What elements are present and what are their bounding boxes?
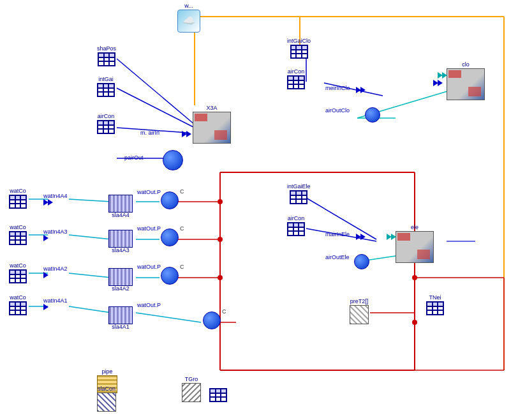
tgro2-block[interactable] [209, 388, 227, 402]
clo-arrow1 [442, 72, 447, 79]
svg-line-39 [69, 199, 112, 202]
intgai-table-icon [97, 83, 115, 97]
intgaiele-table-icon [290, 190, 307, 204]
shapos-block[interactable]: shaPos [97, 46, 116, 66]
pret2-block[interactable]: preT2[] [350, 299, 369, 324]
airoutele-label: airOutEle [325, 254, 350, 260]
meirinclo-label: meirInClo [325, 85, 350, 91]
slacon-block[interactable]: slaCon [97, 386, 116, 412]
watco1-block[interactable]: watCo [9, 188, 27, 209]
intgaiele-block[interactable]: intGaiEle [287, 184, 311, 204]
airoutclo-circle [365, 107, 380, 123]
ele-block[interactable]: ele [396, 225, 434, 263]
tgro-block[interactable]: TGro [182, 377, 201, 402]
airconclo-table-icon [287, 75, 305, 89]
circle2a-node [161, 267, 179, 285]
svg-line-49 [136, 313, 201, 322]
sla4a2-heatex [108, 268, 133, 286]
airconele-table-icon [287, 222, 305, 236]
diagram-svg [0, 0, 518, 420]
ele-arrow2 [360, 234, 366, 240]
watin4a2-label: watIn4A2 [43, 266, 68, 272]
watin4a3-label: watIn4A3 [43, 229, 68, 235]
airin-label: m. airIn [140, 130, 159, 136]
sla4a3-heatex [108, 230, 133, 248]
intgaiclo-table-icon [290, 45, 308, 59]
slacon-hatch-icon [97, 393, 116, 412]
airin-arrow2 [186, 131, 191, 137]
ele-room-icon [396, 231, 434, 263]
intgai-block[interactable]: intGai [97, 77, 115, 97]
svg-line-43 [69, 273, 112, 278]
meirinele-label: mairInEle [325, 231, 350, 237]
intgaiclo-block[interactable]: intGaiClo [287, 38, 311, 59]
circle3a-node [161, 229, 179, 246]
x3a-room-icon [193, 112, 231, 144]
watin4a1-arrow1 [43, 304, 48, 310]
watin4a3-arrow1 [43, 235, 48, 241]
watco4-block[interactable]: watCo [9, 295, 27, 315]
tnei-table-icon [426, 301, 444, 315]
circle1a-node [203, 311, 221, 329]
aircon1-table-icon [97, 120, 115, 134]
sla4a3-block[interactable]: sla4A3 [108, 230, 133, 254]
svg-point-20 [218, 275, 223, 280]
clo-room-icon [447, 68, 485, 100]
c3-label: C [180, 225, 184, 232]
tgro2-table-icon [209, 388, 227, 402]
ele-room-arrow2 [387, 234, 392, 240]
watco4-table-icon [9, 301, 27, 315]
watin4a1-label: watIn4A1 [43, 297, 68, 304]
svg-line-7 [117, 88, 195, 128]
aircon1-block[interactable]: airCon [97, 114, 115, 134]
sla4a1-heatex [108, 306, 133, 324]
watin4a4-arrow2 [48, 199, 53, 206]
weather-icon: ☁️ [177, 10, 200, 33]
clo-airin-arrow2 [360, 87, 366, 93]
watco2-block[interactable]: watCo [9, 225, 27, 245]
airconeele-block[interactable]: airCon [287, 216, 305, 236]
airoutele-circle [354, 254, 369, 269]
watoutp2-label: watOut.P [137, 264, 161, 270]
sla4a1-block[interactable]: sla4A1 [108, 306, 133, 331]
clo-arrow2 [438, 72, 443, 79]
watco2-table-icon [9, 231, 27, 245]
airoutclo-label: airOutClo [325, 107, 350, 114]
svg-line-6 [117, 59, 195, 124]
watoutp3-label: watOut.P [137, 225, 161, 232]
c4-label: C [180, 188, 184, 195]
watoutp1-label: watOut.P [137, 302, 161, 308]
x3a-block[interactable]: X3A [193, 105, 231, 144]
svg-line-45 [69, 306, 112, 313]
ele-room-arrow1 [391, 234, 396, 240]
airout-circle [163, 150, 183, 170]
pret2-hatch-icon [350, 305, 369, 324]
svg-point-18 [218, 199, 223, 204]
watin4a4-label: watIn4A4 [43, 193, 68, 199]
airconclo-block[interactable]: airCon [287, 69, 305, 89]
weather-block[interactable]: w... ☁️ [177, 3, 200, 33]
c2-label: C [180, 264, 184, 270]
svg-line-41 [69, 235, 112, 239]
sla4a2-block[interactable]: sla4A2 [108, 268, 133, 292]
sla4a4-block[interactable]: sla4A4 [108, 195, 133, 219]
watco3-table-icon [9, 269, 27, 283]
c1-label: C [222, 308, 226, 315]
svg-point-19 [218, 237, 223, 242]
clo-arrow4 [438, 80, 443, 86]
shapos-table-icon [98, 52, 115, 66]
tgro-hatch-icon [182, 383, 201, 402]
tnei-block[interactable]: TNei [426, 295, 444, 315]
pairout-label: pairOut [124, 154, 144, 161]
watoutp4-label: watOut.P [137, 189, 161, 195]
watco1-table-icon [9, 195, 27, 209]
clo-block[interactable]: clo [447, 62, 485, 100]
watco3-block[interactable]: watCo [9, 263, 27, 283]
diagram-container: w... ☁️ shaPos intGai airCon m. airIn pa… [0, 0, 518, 420]
circle4a-node [161, 191, 179, 209]
sla4a4-heatex [108, 195, 133, 213]
watin4a2-arrow1 [43, 272, 48, 278]
